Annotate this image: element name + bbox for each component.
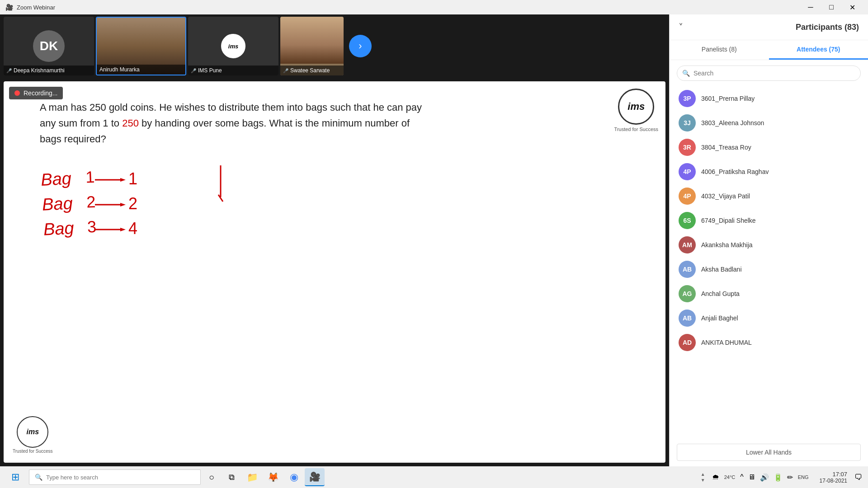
avatar-3j: 3J [679,114,696,131]
search-input[interactable] [677,66,861,81]
svg-text:3: 3 [87,217,96,236]
participant-name-ab1: Aksha Badlani [701,266,742,273]
right-panel: ˅ Participants (83) Panelists (8) Attend… [669,14,868,466]
network-icon[interactable]: 🖥 [747,472,757,482]
math-area: Bag 1 1 Bag 2 2 Bag 3 [40,161,629,251]
participant-tile-anirudh[interactable]: Anirudh Murarka [96,17,186,75]
clock-time: 17:07 [820,471,847,478]
list-item[interactable]: AM Akanksha Makhija [673,233,864,257]
svg-marker-8 [120,203,126,206]
list-item[interactable]: AD ANKITA DHUMAL [673,330,864,355]
list-item[interactable]: AB Aksha Badlani [673,257,864,282]
vertical-sketch-svg [212,161,239,251]
svg-marker-13 [120,228,126,231]
cortana-button[interactable]: ○ [203,468,221,486]
svg-text:2: 2 [128,194,137,213]
scroll-up-arrow[interactable]: ▲ [701,472,705,477]
list-item[interactable]: AB Anjali Baghel [673,306,864,330]
panel-title: Participants (83) [796,23,859,32]
handwriting-svg: Bag 1 1 Bag 2 2 Bag 3 [40,161,184,251]
search-icon: 🔍 [682,70,690,77]
avatar-ab2: AB [679,310,696,327]
recording-label: Recording... [24,89,57,97]
participant-name-3j: 3803_Aleena Johnson [701,119,764,127]
participant-name-4p1: 4006_Pratiksha Raghav [701,168,769,175]
notification-button[interactable]: 🗨 [853,471,864,484]
pinned-app-explorer[interactable]: 📁 [242,468,262,486]
main-layout: DK 🎤 Deepa Krishnamurthi Anirudh Murarka [0,14,868,466]
participant-list: 3P 3601_Prerna Pillay 3J 3803_Aleena Joh… [670,86,868,438]
language-indicator[interactable]: ENG [796,474,811,481]
list-item[interactable]: 3J 3803_Aleena Johnson [673,111,864,135]
svg-text:Bag: Bag [40,169,72,189]
svg-text:1: 1 [85,167,95,186]
ims-logo-bottom: ims Trusted for Success [13,416,53,454]
mute-icon-swatee: 🎤 [283,68,288,73]
temperature-display: 24°C [722,474,737,481]
chevron-icon[interactable]: ^ [739,472,745,482]
svg-text:2: 2 [86,192,96,211]
clock-area[interactable]: 17:07 17-08-2021 [816,471,851,484]
participant-name-6s: 6749_Dipali Shelke [701,217,756,224]
next-participants-button[interactable]: › [349,35,372,57]
participant-tile-swatee[interactable]: 🎤 Swatee Sarwate [280,17,344,75]
svg-text:Bag: Bag [43,218,75,239]
taskbar-search-icon: 🔍 [35,474,42,481]
participant-tile-ims[interactable]: ims 🎤 IMS Pune [188,17,278,75]
participant-tile-deepa[interactable]: DK 🎤 Deepa Krishnamurthi [4,17,94,75]
list-item[interactable]: 4P 4006_Pratiksha Raghav [673,160,864,184]
svg-text:Bag: Bag [42,193,73,214]
avatar-ad: AD [679,334,696,351]
minimize-button[interactable]: ─ [800,0,821,14]
clock-date: 17-08-2021 [820,478,847,484]
collapse-button[interactable]: ˅ [679,22,683,33]
scroll-down-arrow[interactable]: ▼ [701,478,705,483]
ims-circle-bottom-icon: ims [17,416,48,448]
list-item[interactable]: 3R 3804_Treasa Roy [673,135,864,160]
avatar-3p: 3P [679,90,696,107]
ims-circle-logo: ims [618,89,654,125]
taskview-button[interactable]: ⧉ [222,468,241,486]
problem-text: A man has 250 gold coins. He wishes to d… [40,99,424,147]
window-controls: ─ □ ✕ [800,0,863,14]
close-button[interactable]: ✕ [842,0,863,14]
start-button[interactable]: ⊞ [4,468,27,486]
taskbar-search-input[interactable] [46,474,195,481]
ims-logo-strip-icon: ims [220,33,247,60]
weather-icon[interactable]: 🌧 [711,472,721,482]
svg-marker-3 [120,178,126,182]
tab-panelists[interactable]: Panelists (8) [670,40,769,60]
pinned-app-firefox[interactable]: 🦊 [263,468,283,486]
list-item[interactable]: AG Anchal Gupta [673,282,864,306]
svg-text:1: 1 [128,169,137,188]
taskbar: ⊞ 🔍 ○ ⧉ 📁 🦊 ◉ 🎥 ▲ ▼ 🌧 24°C ^ 🖥 🔊 🔋 ✏ ENG… [0,466,868,488]
participant-name-ad: ANKITA DHUMAL [701,339,752,346]
app-title: Zoom Webinar [17,4,797,11]
mute-icon-ims: 🎤 [191,68,196,73]
participant-strip: DK 🎤 Deepa Krishnamurthi Anirudh Murarka [0,14,669,78]
app-icon: 🎥 [5,4,13,11]
participant-name-3p: 3601_Prerna Pillay [701,95,755,102]
avatar-4p2: 4P [679,188,696,205]
list-item[interactable]: 6S 6749_Dipali Shelke [673,208,864,233]
highlight-number: 250 [122,117,139,129]
maximize-button[interactable]: □ [821,0,842,14]
content-area: Recording... ims Trusted for Success A m… [4,81,665,463]
lower-all-hands-button[interactable]: Lower All Hands [677,444,861,461]
volume-icon[interactable]: 🔊 [759,472,770,483]
svg-text:4: 4 [128,219,137,238]
ims-logo-text: ims [627,101,645,113]
taskbar-search-box[interactable]: 🔍 [29,469,201,485]
avatar-ab1: AB [679,261,696,278]
participant-label-anirudh: Anirudh Murarka [97,65,185,75]
battery-icon[interactable]: 🔋 [772,472,784,483]
pinned-app-zoom[interactable]: 🎥 [305,468,325,486]
list-item[interactable]: 4P 4032_Vijaya Patil [673,184,864,208]
participant-label-deepa: 🎤 Deepa Krishnamurthi [4,66,94,75]
panel-tabs: Panelists (8) Attendees (75) [670,40,868,60]
pinned-app-chrome[interactable]: ◉ [284,468,304,486]
pen-icon[interactable]: ✏ [786,472,794,483]
ims-logo-content: ims Trusted for Success [614,89,658,132]
list-item[interactable]: 3P 3601_Prerna Pillay [673,86,864,111]
tab-attendees[interactable]: Attendees (75) [769,40,868,60]
